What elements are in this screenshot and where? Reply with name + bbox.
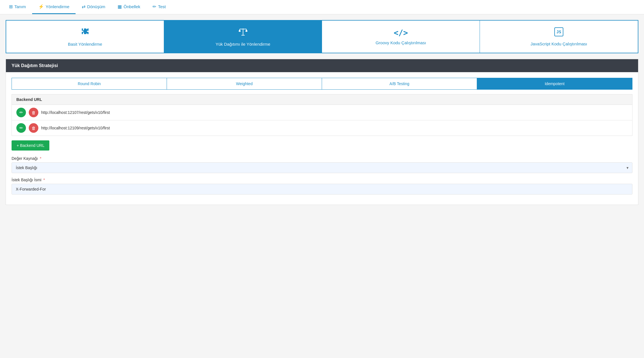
backend-table-header-label: Backend URL [16, 97, 42, 102]
test-icon: ✏ [153, 4, 156, 9]
deger-kaynagi-group: Değer Kaynağı * İstek Başlığı [12, 156, 632, 173]
sub-tabs: Basit Yönlendirme Yük Dağıtımı ile Yönle… [6, 20, 638, 53]
tab-onbellek[interactable]: ▦ Önbellek [111, 0, 146, 14]
strategy-tab-roundrobin-label: Round Robin [78, 81, 101, 86]
strategy-tab-abtesting[interactable]: A/B Testing [322, 78, 477, 89]
tab-donusum-label: Dönüşüm [87, 4, 105, 9]
table-row: ✏ 🗑 http://localhost:12107/rest/gets/v10… [12, 105, 632, 120]
sub-tab-javascript-label: JavaScript Kodu Çalıştırılması [531, 41, 587, 46]
tab-test-label: Test [158, 4, 166, 9]
tab-tanim[interactable]: ⊞ Tanım [3, 0, 32, 14]
donusum-icon: ⇄ [82, 4, 85, 9]
tab-test[interactable]: ✏ Test [146, 0, 172, 14]
yonlendirme-icon: ⚡ [38, 4, 44, 9]
istek-baslik-label: İstek Başlığı İsmi * [12, 178, 632, 182]
tab-yonlendirme[interactable]: ⚡ Yönlendirme [32, 0, 76, 14]
section-body: Round Robin Weighted A/B Testing Idempot… [6, 72, 638, 205]
deger-kaynagi-label: Değer Kaynağı * [12, 156, 632, 161]
delete-button-1[interactable]: 🗑 [29, 108, 38, 117]
main-content: Basit Yönlendirme Yük Dağıtımı ile Yönle… [0, 14, 644, 211]
add-button-label: + Backend URL [17, 143, 44, 148]
backend-table-header: Backend URL [12, 94, 632, 105]
strategy-tab-weighted-label: Weighted [236, 81, 253, 86]
strategy-tabs: Round Robin Weighted A/B Testing Idempot… [12, 78, 632, 90]
istek-baslik-input[interactable] [12, 184, 632, 195]
sub-tab-yuk[interactable]: Yük Dağıtımı ile Yönlendirme [164, 21, 322, 53]
strategy-tab-roundrobin[interactable]: Round Robin [12, 78, 167, 89]
js-code-icon: JS [554, 27, 564, 39]
tab-yonlendirme-label: Yönlendirme [46, 4, 69, 9]
scale-icon [238, 27, 248, 39]
tab-onbellek-label: Önbellek [123, 4, 140, 9]
backend-url-1: http://localhost:12107/rest/gets/v10/fir… [41, 110, 110, 115]
add-backend-url-button[interactable]: + Backend URL [12, 140, 49, 151]
onbellek-icon: ▦ [118, 4, 122, 9]
deger-kaynagi-select-wrapper: İstek Başlığı [12, 162, 632, 173]
sub-tab-basit-label: Basit Yönlendirme [68, 42, 102, 47]
tab-tanim-label: Tanım [14, 4, 26, 9]
section-header: Yük Dağıtım Stratejisi [6, 59, 638, 72]
sub-tab-basit[interactable]: Basit Yönlendirme [6, 21, 164, 53]
deger-kaynagi-required: * [40, 156, 41, 161]
strategy-tab-weighted[interactable]: Weighted [167, 78, 322, 89]
istek-baslik-group: İstek Başlığı İsmi * [12, 178, 632, 195]
sub-tab-yuk-label: Yük Dağıtımı ile Yönlendirme [216, 42, 270, 47]
puzzle-icon [80, 27, 90, 39]
section-box: Yük Dağıtım Stratejisi Round Robin Weigh… [6, 59, 638, 205]
edit-button-1[interactable]: ✏ [16, 108, 26, 117]
sub-tab-groovy[interactable]: </> Groovy Kodu Çalıştırılması [322, 21, 480, 53]
sub-tab-groovy-label: Groovy Kodu Çalıştırılması [376, 40, 426, 45]
strategy-tab-idempotent[interactable]: Idempotent [477, 78, 632, 89]
backend-url-2: http://localhost:12109/rest/gets/v10/fir… [41, 126, 110, 130]
edit-button-2[interactable]: ✏ [16, 123, 26, 133]
section-title: Yük Dağıtım Stratejisi [12, 63, 58, 68]
strategy-tab-idempotent-label: Idempotent [545, 81, 564, 86]
tab-donusum[interactable]: ⇄ Dönüşüm [76, 0, 111, 14]
strategy-tab-abtesting-label: A/B Testing [389, 81, 409, 86]
sub-tab-javascript[interactable]: JS JavaScript Kodu Çalıştırılması [480, 21, 638, 53]
deger-kaynagi-select[interactable]: İstek Başlığı [12, 162, 632, 173]
svg-rect-2 [241, 35, 245, 36]
table-row: ✏ 🗑 http://localhost:12109/rest/gets/v10… [12, 120, 632, 136]
top-navigation: ⊞ Tanım ⚡ Yönlendirme ⇄ Dönüşüm ▦ Önbell… [0, 0, 644, 14]
svg-text:JS: JS [557, 30, 561, 34]
groovy-code-icon: </> [394, 28, 408, 37]
backend-table: Backend URL ✏ 🗑 http://localhost:12107/r… [12, 94, 632, 136]
tanim-icon: ⊞ [9, 4, 13, 9]
istek-baslik-required: * [43, 178, 45, 182]
delete-button-2[interactable]: 🗑 [29, 123, 38, 133]
